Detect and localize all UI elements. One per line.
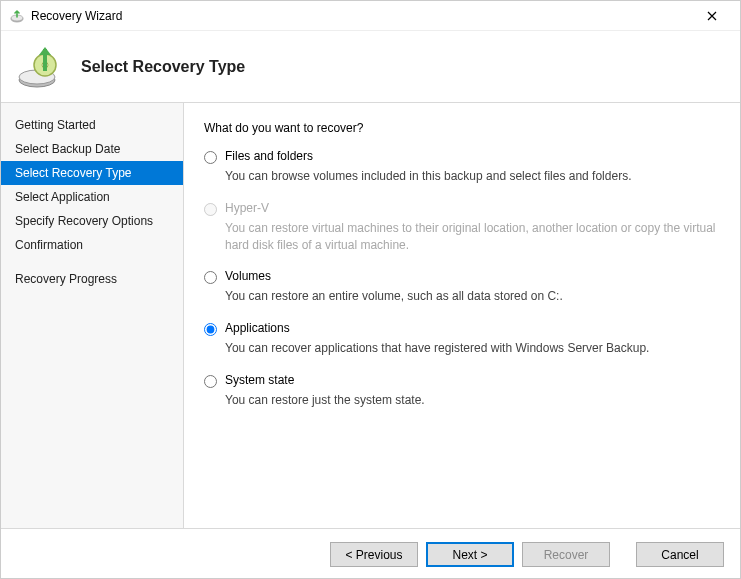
option-label-applications[interactable]: Applications (225, 321, 290, 335)
titlebar: Recovery Wizard (1, 1, 740, 31)
window-title: Recovery Wizard (31, 9, 122, 23)
sidebar-step-select-recovery-type[interactable]: Select Recovery Type (1, 161, 183, 185)
wizard-header: Select Recovery Type (1, 31, 740, 103)
option-system-state: System stateYou can restore just the sys… (204, 373, 720, 409)
radio-applications[interactable] (204, 323, 217, 336)
recovery-icon (15, 43, 63, 91)
close-icon (707, 11, 717, 21)
sidebar-step-confirmation[interactable]: Confirmation (1, 233, 183, 257)
option-desc-applications: You can recover applications that have r… (225, 340, 720, 357)
sidebar-step-select-application[interactable]: Select Application (1, 185, 183, 209)
radio-volumes[interactable] (204, 271, 217, 284)
option-hyper-v: Hyper-VYou can restore virtual machines … (204, 201, 720, 254)
radio-hyper-v (204, 203, 217, 216)
option-applications: ApplicationsYou can recover applications… (204, 321, 720, 357)
recover-button: Recover (522, 542, 610, 567)
option-files-folders: Files and foldersYou can browse volumes … (204, 149, 720, 185)
option-label-hyper-v: Hyper-V (225, 201, 269, 215)
sidebar-step-recovery-progress[interactable]: Recovery Progress (1, 267, 183, 291)
option-desc-system-state: You can restore just the system state. (225, 392, 720, 409)
content-question: What do you want to recover? (204, 121, 720, 135)
sidebar-step-getting-started[interactable]: Getting Started (1, 113, 183, 137)
wizard-steps-sidebar: Getting StartedSelect Backup DateSelect … (1, 103, 184, 528)
wizard-content: What do you want to recover? Files and f… (184, 103, 740, 528)
option-label-files-folders[interactable]: Files and folders (225, 149, 313, 163)
next-button[interactable]: Next > (426, 542, 514, 567)
option-label-system-state[interactable]: System state (225, 373, 294, 387)
option-label-volumes[interactable]: Volumes (225, 269, 271, 283)
option-volumes: VolumesYou can restore an entire volume,… (204, 269, 720, 305)
sidebar-step-select-backup-date[interactable]: Select Backup Date (1, 137, 183, 161)
close-button[interactable] (692, 2, 732, 30)
sidebar-step-specify-recovery-options[interactable]: Specify Recovery Options (1, 209, 183, 233)
wizard-icon (9, 8, 25, 24)
option-desc-files-folders: You can browse volumes included in this … (225, 168, 720, 185)
option-desc-hyper-v: You can restore virtual machines to thei… (225, 220, 720, 254)
previous-button[interactable]: < Previous (330, 542, 418, 567)
page-title: Select Recovery Type (81, 58, 245, 76)
radio-system-state[interactable] (204, 375, 217, 388)
wizard-footer: < Previous Next > Recover Cancel (1, 528, 740, 579)
cancel-button[interactable]: Cancel (636, 542, 724, 567)
radio-files-folders[interactable] (204, 151, 217, 164)
option-desc-volumes: You can restore an entire volume, such a… (225, 288, 720, 305)
